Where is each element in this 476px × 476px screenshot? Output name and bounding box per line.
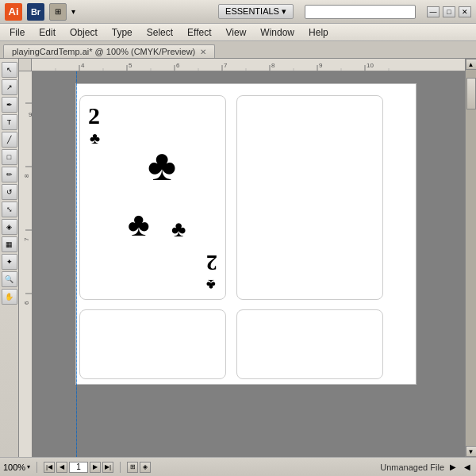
blend-tool[interactable]: ◈ [2,219,17,235]
search-input[interactable] [305,5,416,19]
zoom-tool[interactable]: 🔍 [2,271,17,287]
card-suit-bottom-right: ♣ [171,217,186,242]
menu-edit[interactable]: Edit [33,25,62,40]
status-icon-2[interactable]: ◈ [140,462,151,473]
scroll-up-button[interactable]: ▲ [466,59,477,70]
status-divider-2 [120,462,121,473]
menu-effect[interactable]: Effect [181,25,217,40]
eyedropper-tool[interactable]: ✦ [2,254,17,270]
menu-help[interactable]: Help [302,25,335,40]
menu-object[interactable]: Object [63,25,104,40]
type-tool[interactable]: T [2,114,17,130]
close-button[interactable]: ✕ [459,6,471,17]
svg-rect-23 [19,71,32,457]
tab-bar: playingCardTemp.ai* @ 100% (CMYK/Preview… [0,41,476,59]
card-top-left: 2 ♣ ♣ ♣ ♣ 2 ♣ [79,95,226,300]
horizontal-ruler: 4 5 6 7 8 9 10 [32,59,465,71]
direct-select-tool[interactable]: ↗ [2,79,17,95]
status-bar: 100% ▾ |◀ ◀ ▶ ▶| ⊞ ◈ Unmanaged File ▶ ◀ [0,457,476,476]
canvas-with-scrollbar: 4 5 6 7 8 9 10 [19,59,476,457]
svg-text:6: 6 [176,62,180,69]
prev-page-button[interactable]: ◀ [56,462,67,473]
artwork-canvas: 2 ♣ ♣ ♣ ♣ 2 ♣ [32,71,454,457]
svg-rect-0 [32,59,465,71]
hand-tool[interactable]: ✋ [2,289,17,305]
card-bottom-right [236,309,383,379]
svg-text:6: 6 [23,301,30,305]
guide-line-left [76,71,77,457]
ruler-h-svg: 4 5 6 7 8 9 10 [32,59,465,71]
status-arrow-right[interactable]: ▶ [447,462,459,473]
br-logo: Br [27,3,44,21]
canvas-area: 4 5 6 7 8 9 10 [19,59,465,457]
menu-select[interactable]: Select [140,25,179,40]
left-toolbar: ↖ ↗ ✒ T ╱ □ ✏ ↺ ⤡ ◈ ▦ ✦ 🔍 ✋ [0,59,19,457]
page-number-input[interactable] [69,462,88,473]
main-layout: ↖ ↗ ✒ T ╱ □ ✏ ↺ ⤡ ◈ ▦ ✦ 🔍 ✋ 4 [0,59,476,457]
svg-text:7: 7 [23,237,30,241]
status-icon-1[interactable]: ⊞ [127,462,138,473]
card-suit-small-top: ♣ [90,129,100,148]
svg-text:4: 4 [81,62,85,69]
ruler-v-svg: 9 8 7 6 [19,71,32,457]
file-status: Unmanaged File [380,463,444,472]
menu-type[interactable]: Type [106,25,139,40]
svg-text:7: 7 [224,62,228,69]
pen-tool[interactable]: ✒ [2,97,17,113]
status-divider-1 [36,462,37,473]
card-top-right [236,95,383,300]
svg-text:5: 5 [129,62,132,69]
first-page-button[interactable]: |◀ [44,462,55,473]
svg-text:10: 10 [367,62,374,69]
svg-text:8: 8 [23,174,30,178]
scale-tool[interactable]: ⤡ [2,202,17,217]
minimize-button[interactable]: — [427,6,440,17]
tab-label: playingCardTemp.ai* @ 100% (CMYK/Preview… [12,47,195,56]
essentials-button[interactable]: ESSENTIALS ▾ [218,4,294,19]
menu-window[interactable]: Window [254,25,301,40]
card-rank-bottom: 2 [206,250,217,275]
menu-bar: File Edit Object Type Select Effect View… [0,24,476,41]
page-navigation: |◀ ◀ ▶ ▶| [44,462,113,473]
card-suit-large: ♣ [148,140,176,190]
card-suit-small-bottom: ♣ [206,276,216,293]
rotate-tool[interactable]: ↺ [2,184,17,200]
scroll-thumb-v[interactable] [466,78,476,109]
card-bottom-left [79,309,226,379]
ruler-corner [19,59,32,71]
card-rank-top: 2 [88,102,100,129]
zoom-value[interactable]: 100% [3,463,25,472]
menu-view[interactable]: View [220,25,253,40]
vertical-scrollbar: ▲ ▼ [465,59,476,457]
vertical-ruler: 9 8 7 6 [19,71,32,457]
zoom-dropdown[interactable]: ▾ [27,463,30,470]
dropdown-arrow[interactable]: ▾ [71,7,75,16]
ai-logo: Ai [5,3,22,21]
gradient-tool[interactable]: ▦ [2,236,17,252]
scroll-track-v[interactable] [466,70,476,446]
title-bar: Ai Br ⊞ ▾ ESSENTIALS ▾ — □ ✕ [0,0,476,24]
last-page-button[interactable]: ▶| [102,462,113,473]
next-page-button[interactable]: ▶ [90,462,101,473]
window-controls: — □ ✕ [427,6,471,17]
menu-file[interactable]: File [3,25,31,40]
card-suit-bottom-left: ♣ [128,205,150,244]
brush-tool[interactable]: ✏ [2,167,17,182]
tab-close-button[interactable]: ✕ [200,48,206,56]
svg-text:8: 8 [271,62,275,69]
restore-button[interactable]: □ [443,6,455,17]
line-tool[interactable]: ╱ [2,132,17,148]
rect-tool[interactable]: □ [2,149,17,165]
zoom-control: 100% ▾ [3,463,30,472]
select-tool[interactable]: ↖ [2,62,17,78]
document-tab[interactable]: playingCardTemp.ai* @ 100% (CMYK/Preview… [3,44,215,58]
scroll-down-button[interactable]: ▼ [466,446,477,457]
status-arrow-left[interactable]: ◀ [462,462,473,473]
svg-text:9: 9 [319,62,323,69]
layout-icon[interactable]: ⊞ [49,3,67,21]
tool-icons-status: ⊞ ◈ [127,462,151,473]
